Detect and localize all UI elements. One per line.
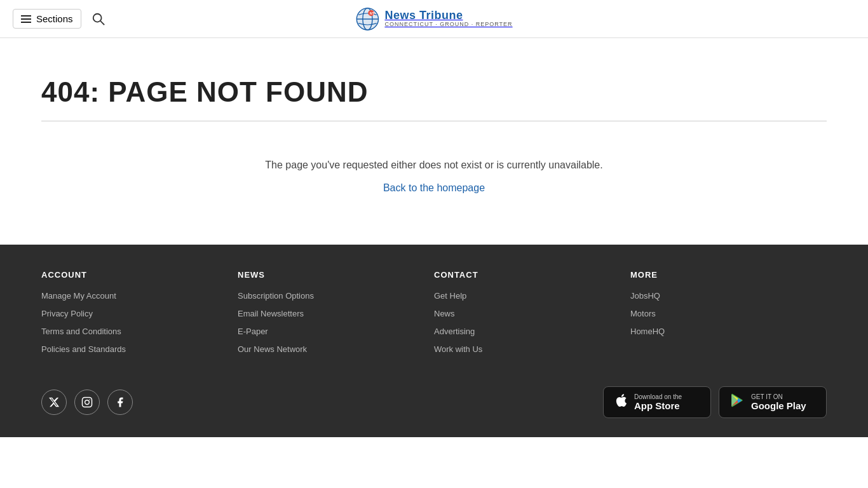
footer-columns: ACCOUNTManage My AccountPrivacy PolicyTe… [41,270,827,361]
footer-link-motors[interactable]: Motors [630,309,656,318]
svg-rect-8 [83,398,92,407]
footer-link-homehq[interactable]: HomeHQ [630,327,665,336]
footer-col-account: ACCOUNTManage My AccountPrivacy PolicyTe… [41,270,238,361]
list-item: Policies and Standards [41,343,238,355]
hamburger-icon [21,15,31,23]
list-item: Our News Network [238,343,434,355]
sections-label: Sections [36,13,73,24]
instagram-icon[interactable] [74,390,100,415]
footer-link-email-newsletters[interactable]: Email Newsletters [238,309,304,318]
list-item: Terms and Conditions [41,325,238,337]
list-item: Email Newsletters [238,308,434,319]
list-item: HomeHQ [630,325,827,337]
list-item: E-Paper [238,325,434,337]
footer-link-privacy-policy[interactable]: Privacy Policy [41,309,93,318]
facebook-icon[interactable] [107,390,133,415]
google-play-icon [729,392,746,412]
footer-col-title-more: MORE [630,270,827,280]
svg-text:NT: NT [370,11,375,15]
footer-link-get-help[interactable]: Get Help [434,291,466,301]
list-item: Privacy Policy [41,308,238,319]
logo-area: NT News Tribune CONNECTICUT · GROUND · R… [355,7,512,31]
logo-name: News Tribune [384,10,512,22]
list-item: News [434,308,630,319]
footer-col-title-contact: CONTACT [434,270,630,280]
list-item: Subscription Options [238,290,434,301]
footer-link-work-with-us[interactable]: Work with Us [434,344,482,354]
footer-col-title-account: ACCOUNT [41,270,238,280]
footer-link-policies-and-standards[interactable]: Policies and Standards [41,344,126,354]
list-item: Motors [630,308,827,319]
footer-link-terms-and-conditions[interactable]: Terms and Conditions [41,327,121,336]
header: Sections NT News Tribune CONNECTI [0,0,868,38]
title-divider [41,121,827,121]
header-left: Sections [13,8,109,30]
twitter-icon[interactable] [41,390,67,415]
svg-point-10 [89,399,90,400]
logo-tagline: CONNECTICUT · GROUND · REPORTER [384,22,512,28]
footer-col-title-news: NEWS [238,270,434,280]
list-item: Manage My Account [41,290,238,301]
google-play-button[interactable]: GET IT ON Google Play [719,386,827,418]
google-play-text: GET IT ON Google Play [751,393,806,411]
list-item: Get Help [434,290,630,301]
svg-point-0 [93,13,101,22]
back-to-homepage-link[interactable]: Back to the homepage [41,182,827,194]
footer-link-our-news-network[interactable]: Our News Network [238,344,307,354]
footer-link-news[interactable]: News [434,309,455,318]
error-message: The page you've requested either does no… [41,159,827,171]
footer-link-jobshq[interactable]: JobsHQ [630,291,660,301]
sections-button[interactable]: Sections [13,9,81,29]
footer: ACCOUNTManage My AccountPrivacy PolicyTe… [0,245,868,437]
footer-col-contact: CONTACTGet HelpNewsAdvertisingWork with … [434,270,630,361]
main-content: 404: PAGE NOT FOUND The page you've requ… [0,38,868,245]
search-icon [92,12,105,26]
google-play-small: GET IT ON [751,393,806,400]
footer-link-e-paper[interactable]: E-Paper [238,327,268,336]
footer-bottom: Download on the App Store GET IT ON [41,386,827,418]
app-store-text: Download on the App Store [634,393,682,411]
list-item: Work with Us [434,343,630,355]
logo-link[interactable]: NT News Tribune CONNECTICUT · GROUND · R… [355,7,512,31]
list-item: JobsHQ [630,290,827,301]
footer-link-manage-my-account[interactable]: Manage My Account [41,291,116,301]
svg-point-9 [85,400,90,405]
footer-col-more: MOREJobsHQMotorsHomeHQ [630,270,827,361]
app-store-large: App Store [634,400,682,411]
social-icons [41,390,133,415]
logo-globe-icon: NT [355,7,379,31]
footer-link-advertising[interactable]: Advertising [434,327,475,336]
google-play-large: Google Play [751,400,806,411]
footer-col-news: NEWSSubscription OptionsEmail Newsletter… [238,270,434,361]
svg-line-1 [100,21,104,25]
search-button[interactable] [88,8,109,30]
app-store-small: Download on the [634,393,682,400]
apple-icon [614,393,629,412]
logo-text: News Tribune CONNECTICUT · GROUND · REPO… [384,10,512,29]
error-title: 404: PAGE NOT FOUND [41,76,827,108]
footer-link-subscription-options[interactable]: Subscription Options [238,291,314,301]
app-store-button[interactable]: Download on the App Store [603,386,711,418]
list-item: Advertising [434,325,630,337]
app-buttons: Download on the App Store GET IT ON [603,386,827,418]
